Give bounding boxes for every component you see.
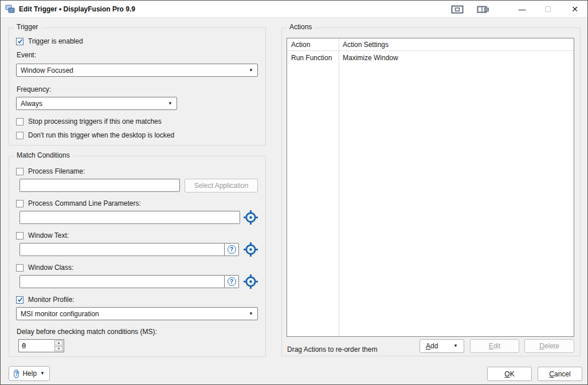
check-icon bbox=[17, 297, 23, 302]
minimize-button[interactable]: — bbox=[512, 1, 532, 18]
window-class-label: Window Class: bbox=[28, 264, 73, 272]
match-conditions-group: Match Conditions Process Filename: Selec… bbox=[9, 156, 266, 357]
actions-group: Actions Action Action Settings Run Funct… bbox=[281, 28, 581, 356]
delay-spinner[interactable]: ▲ ▼ bbox=[18, 339, 64, 352]
chevron-down-icon: ▼ bbox=[453, 344, 458, 348]
actions-table[interactable]: Action Action Settings Run Function Maxi… bbox=[287, 38, 574, 337]
stop-processing-checkbox[interactable] bbox=[16, 118, 23, 125]
ok-button-label: OK bbox=[504, 370, 514, 378]
monitor-profile-checkbox[interactable] bbox=[16, 296, 23, 304]
monitor-profile-combobox[interactable]: MSI monitor configuration ▼ bbox=[16, 307, 258, 320]
trigger-group: Trigger Trigger is enabled Event: Window… bbox=[9, 28, 266, 146]
process-filename-label: Process Filename: bbox=[28, 167, 85, 175]
add-action-button[interactable]: Add ▼ bbox=[420, 339, 464, 353]
event-label: Event: bbox=[17, 51, 36, 59]
check-icon bbox=[17, 38, 23, 44]
close-button[interactable]: ✕ bbox=[564, 1, 586, 18]
trigger-group-legend: Trigger bbox=[14, 23, 41, 31]
close-icon: ✕ bbox=[571, 5, 578, 14]
window-text-label: Window Text: bbox=[28, 231, 69, 239]
window-class-checkbox-row[interactable]: Window Class: bbox=[16, 264, 73, 272]
event-value: Window Focused bbox=[21, 66, 249, 74]
delay-label: Delay before checking match conditions (… bbox=[17, 328, 157, 336]
process-filename-checkbox-row[interactable]: Process Filename: bbox=[16, 167, 85, 175]
window-picker-target-icon[interactable] bbox=[243, 242, 258, 257]
delay-input[interactable] bbox=[19, 340, 54, 352]
dont-run-locked-checkbox-row[interactable]: Don't run this trigger when the desktop … bbox=[16, 131, 174, 139]
stop-processing-label: Stop processing triggers if this one mat… bbox=[28, 117, 162, 125]
window-text-input[interactable] bbox=[19, 243, 225, 256]
stop-processing-checkbox-row[interactable]: Stop processing triggers if this one mat… bbox=[16, 117, 162, 125]
window-text-checkbox-row[interactable]: Window Text: bbox=[16, 231, 69, 239]
dont-run-locked-label: Don't run this trigger when the desktop … bbox=[28, 131, 174, 139]
column-header-action: Action bbox=[291, 38, 310, 51]
spin-down-icon: ▼ bbox=[57, 347, 60, 350]
select-application-label: Select Application bbox=[194, 182, 249, 190]
process-cmdline-input[interactable] bbox=[19, 211, 240, 224]
trigger-enabled-label: Trigger is enabled bbox=[28, 37, 83, 45]
drag-hint-text: Drag Actions to re-order them bbox=[287, 343, 377, 356]
cancel-button[interactable]: Cancel bbox=[538, 367, 582, 381]
window-class-checkbox[interactable] bbox=[16, 264, 23, 272]
minimize-icon: — bbox=[519, 5, 526, 14]
actions-table-header: Action Action Settings bbox=[287, 38, 574, 51]
event-combobox[interactable]: Window Focused ▼ bbox=[16, 64, 258, 77]
frequency-value: Always bbox=[21, 100, 168, 108]
delete-button-label: Delete bbox=[539, 342, 559, 350]
window-picker-target-icon[interactable] bbox=[243, 274, 258, 289]
chevron-down-icon: ▼ bbox=[249, 312, 253, 316]
process-cmdline-checkbox[interactable] bbox=[16, 200, 23, 207]
column-separator bbox=[339, 38, 339, 336]
move-to-monitor-icon[interactable] bbox=[473, 1, 493, 18]
action-cell: Run Function bbox=[291, 52, 332, 64]
chevron-down-icon: ▼ bbox=[168, 101, 173, 106]
spin-up-icon: ▲ bbox=[57, 341, 60, 344]
process-filename-input[interactable] bbox=[19, 179, 180, 192]
action-settings-cell: Maximize Window bbox=[343, 52, 398, 64]
trigger-enabled-checkbox[interactable] bbox=[16, 38, 23, 45]
question-icon: ? bbox=[228, 245, 236, 254]
titlebar[interactable]: Edit Trigger • DisplayFusion Pro 9.9 — ✕ bbox=[1, 1, 587, 18]
help-button[interactable]: ? Help ▼ bbox=[9, 366, 50, 381]
window-class-input[interactable] bbox=[19, 275, 225, 288]
column-header-action-settings: Action Settings bbox=[343, 38, 389, 51]
process-filename-checkbox[interactable] bbox=[16, 168, 23, 175]
spin-down-button[interactable]: ▼ bbox=[54, 346, 63, 351]
trigger-enabled-checkbox-row[interactable]: Trigger is enabled bbox=[16, 37, 83, 45]
window-text-checkbox[interactable] bbox=[16, 232, 23, 239]
maximize-icon bbox=[545, 6, 551, 12]
select-application-button[interactable]: Select Application bbox=[185, 179, 258, 192]
window-text-help-button[interactable]: ? bbox=[225, 243, 239, 256]
spin-up-button[interactable]: ▲ bbox=[54, 340, 63, 345]
window-picker-target-icon[interactable] bbox=[243, 210, 258, 225]
edit-action-button[interactable]: Edit bbox=[470, 339, 519, 353]
question-icon: ? bbox=[228, 277, 236, 286]
monitor-profile-checkbox-row[interactable]: Monitor Profile: bbox=[16, 296, 75, 304]
help-button-label: Help bbox=[22, 370, 37, 378]
chevron-down-icon: ▼ bbox=[249, 68, 253, 73]
process-cmdline-label: Process Command Line Parameters: bbox=[28, 199, 141, 207]
dont-run-locked-checkbox[interactable] bbox=[16, 132, 23, 139]
monitor-profile-value: MSI monitor configuration bbox=[21, 310, 249, 318]
match-conditions-legend: Match Conditions bbox=[14, 151, 73, 159]
maximize-button[interactable] bbox=[538, 1, 558, 18]
window-title: Edit Trigger • DisplayFusion Pro 9.9 bbox=[19, 1, 135, 18]
process-cmdline-checkbox-row[interactable]: Process Command Line Parameters: bbox=[16, 199, 141, 207]
ok-button[interactable]: OK bbox=[487, 367, 532, 381]
add-button-label: Add bbox=[426, 342, 438, 350]
edit-trigger-dialog: Edit Trigger • DisplayFusion Pro 9.9 — ✕… bbox=[0, 0, 588, 385]
monitor-profile-label: Monitor Profile: bbox=[28, 296, 75, 304]
chevron-down-icon: ▼ bbox=[40, 371, 45, 376]
actions-group-legend: Actions bbox=[287, 23, 315, 31]
help-icon: ? bbox=[14, 370, 19, 378]
cancel-button-label: Cancel bbox=[549, 370, 570, 378]
span-monitors-icon[interactable] bbox=[448, 1, 467, 18]
action-row[interactable]: Run Function Maximize Window bbox=[287, 52, 574, 64]
delete-action-button[interactable]: Delete bbox=[524, 339, 574, 353]
app-icon bbox=[5, 5, 15, 14]
edit-button-label: Edit bbox=[489, 342, 501, 350]
window-class-help-button[interactable]: ? bbox=[225, 275, 239, 288]
frequency-label: Frequency: bbox=[17, 85, 51, 93]
frequency-combobox[interactable]: Always ▼ bbox=[16, 97, 177, 110]
